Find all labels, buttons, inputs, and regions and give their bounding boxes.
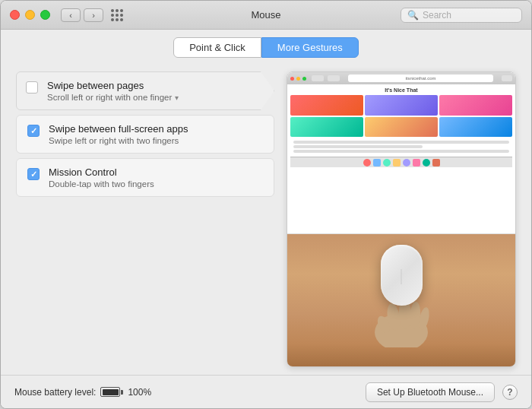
search-icon: 🔍 xyxy=(407,10,419,21)
swipe-fullscreen-row[interactable]: Swipe between full-screen apps Swipe lef… xyxy=(16,115,274,154)
back-button[interactable]: ‹ xyxy=(61,8,81,22)
mission-control-subtitle: Double-tap with two fingers xyxy=(49,179,154,189)
tab-point-click[interactable]: Point & Click xyxy=(173,37,261,58)
mission-control-row[interactable]: Mission Control Double-tap with two fing… xyxy=(16,158,274,197)
hand-svg xyxy=(367,302,435,347)
minimize-button[interactable] xyxy=(25,10,35,20)
url-bar: itsnicethat.com xyxy=(348,75,493,82)
color-block-1 xyxy=(290,95,363,116)
mouse-hand-area xyxy=(287,234,515,366)
mission-control-text: Mission Control Double-tap with two fing… xyxy=(49,166,154,189)
traffic-lights xyxy=(10,10,50,20)
battery-tip xyxy=(121,390,123,395)
site-title: It's Nice That xyxy=(290,87,512,93)
tab-more-gestures[interactable]: More Gestures xyxy=(261,37,359,58)
maximize-button[interactable] xyxy=(40,10,50,20)
swipe-pages-title: Swipe between pages xyxy=(47,80,179,91)
battery-percent: 100% xyxy=(128,387,151,398)
grid-button[interactable] xyxy=(111,9,123,21)
color-block-6 xyxy=(439,117,512,138)
swipe-fullscreen-text: Swipe between full-screen apps Swipe lef… xyxy=(49,123,188,145)
swipe-pages-checkbox[interactable] xyxy=(26,81,38,94)
battery-icon xyxy=(100,387,123,397)
battery-label: Mouse battery level: xyxy=(14,387,96,398)
footer-right: Set Up Bluetooth Mouse... ? xyxy=(366,382,518,402)
browser-preview: itsnicethat.com It's Nice That xyxy=(287,72,515,234)
main-window: ‹ › Mouse 🔍 Search Point & Click More Ge… xyxy=(0,0,532,409)
battery-section: Mouse battery level: 100% xyxy=(14,387,151,398)
battery-body xyxy=(100,387,120,397)
swipe-fullscreen-subtitle: Swipe left or right with two fingers xyxy=(49,136,188,145)
color-block-2 xyxy=(365,95,438,116)
left-panel: Swipe between pages Scroll left or right… xyxy=(16,71,274,367)
mission-control-title: Mission Control xyxy=(49,166,154,178)
search-input[interactable]: Search xyxy=(423,10,451,21)
main-content: Swipe between pages Scroll left or right… xyxy=(1,64,531,375)
battery-fill xyxy=(103,389,119,395)
close-button[interactable] xyxy=(10,10,20,20)
browser-url-bar: itsnicethat.com xyxy=(287,72,515,84)
color-block-3 xyxy=(439,95,512,116)
footer: Mouse battery level: 100% Set Up Bluetoo… xyxy=(1,375,531,408)
tab-bar: Point & Click More Gestures xyxy=(1,30,531,64)
swipe-fullscreen-checkbox[interactable] xyxy=(27,125,40,137)
article-lines xyxy=(290,139,512,154)
mouse-line xyxy=(401,269,402,284)
settings-rows: Swipe between full-screen apps Swipe lef… xyxy=(16,115,274,197)
art-line-short xyxy=(293,145,423,148)
forward-button[interactable]: › xyxy=(84,8,103,22)
right-panel: itsnicethat.com It's Nice That xyxy=(287,71,516,367)
dock xyxy=(290,157,512,167)
swipe-pages-subtitle: Scroll left or right with one finger ▾ xyxy=(47,93,179,102)
color-blocks xyxy=(290,95,512,137)
swipe-pages-row[interactable]: Swipe between pages Scroll left or right… xyxy=(16,71,274,110)
art-line-2 xyxy=(293,150,509,153)
color-block-4 xyxy=(290,117,363,138)
nav-buttons: ‹ › xyxy=(61,8,103,22)
art-line xyxy=(293,141,509,144)
search-bar[interactable]: 🔍 Search xyxy=(401,8,522,23)
browser-content: It's Nice That xyxy=(287,84,515,170)
swipe-fullscreen-title: Swipe between full-screen apps xyxy=(49,123,188,135)
window-title: Mouse xyxy=(251,9,280,21)
dropdown-icon[interactable]: ▾ xyxy=(175,94,179,102)
help-button[interactable]: ? xyxy=(502,385,518,400)
mission-control-checkbox[interactable] xyxy=(27,168,40,180)
mouse-device xyxy=(381,245,423,306)
title-bar: ‹ › Mouse 🔍 Search xyxy=(1,1,531,30)
setup-bluetooth-button[interactable]: Set Up Bluetooth Mouse... xyxy=(366,382,495,402)
color-block-5 xyxy=(365,117,438,138)
swipe-pages-text: Swipe between pages Scroll left or right… xyxy=(47,80,179,102)
